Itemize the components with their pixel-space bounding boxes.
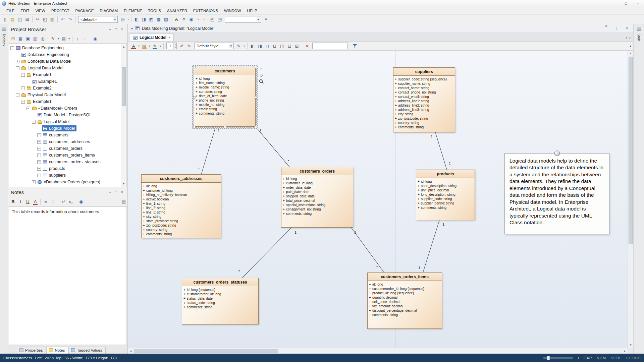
align-top-icon[interactable]: ⊓: [264, 42, 271, 50]
undo-icon[interactable]: ↶: [59, 16, 66, 23]
edit-external-icon[interactable]: ▤: [120, 198, 127, 205]
move-down-icon[interactable]: ↓: [81, 35, 89, 43]
tab-logical-model[interactable]: Logical Model ×: [130, 34, 174, 41]
tree-item-database-orders-postgres[interactable]: +«Database» Orders (postgres): [9, 179, 126, 185]
copy-icon[interactable]: ◱: [41, 16, 49, 23]
expand-icon[interactable]: +: [32, 180, 36, 184]
tree-item-logical-model[interactable]: Logical Model: [9, 125, 126, 132]
menu-help[interactable]: HELP: [244, 8, 260, 14]
chevron-down-icon[interactable]: ▾: [229, 44, 232, 48]
menu-chevron-icon[interactable]: ▾: [107, 26, 113, 32]
new-diagram-icon[interactable]: ◧: [133, 16, 140, 23]
toolbox-strip[interactable]: Toolbox: [0, 24, 8, 354]
align-bottom-icon[interactable]: ⊔: [271, 42, 278, 50]
bold-button[interactable]: B: [9, 198, 17, 205]
entity-products[interactable]: products+id: long+short_description: str…: [416, 170, 475, 220]
find-input[interactable]: [312, 43, 348, 49]
list-format-icon[interactable]: ≡: [180, 16, 187, 23]
entity-suppliers[interactable]: suppliers+supplier_code: string {sequenc…: [393, 67, 455, 132]
space-across-icon[interactable]: ◫: [278, 42, 286, 50]
zoom-in-icon[interactable]: +: [577, 356, 580, 360]
filter-icon[interactable]: [352, 43, 358, 49]
grid-view-icon[interactable]: ▦: [155, 16, 162, 23]
menu-element[interactable]: ELEMENT: [121, 8, 145, 14]
tree-item-example1[interactable]: −Example1: [9, 98, 126, 105]
bullet-list-icon[interactable]: ≡: [42, 198, 49, 205]
chevron-down-icon[interactable]: ▾: [113, 17, 116, 21]
connector-suppliers-products[interactable]: [435, 132, 447, 170]
tab-notes[interactable]: Notes: [46, 347, 68, 354]
zoom-icon[interactable]: [259, 79, 263, 83]
tree-item-conceptual-data-model[interactable]: +Conceptual Data Model: [9, 58, 126, 65]
collapse-icon[interactable]: −: [16, 66, 19, 70]
scrollbar-thumb[interactable]: [122, 67, 126, 106]
chevron-down-icon[interactable]: ▾: [57, 35, 60, 43]
format-painter-icon[interactable]: ✐: [178, 42, 185, 50]
tab-properties[interactable]: Properties: [17, 347, 46, 354]
new-document-icon[interactable]: ▯: [1, 16, 9, 23]
window-right-icon[interactable]: ◳: [216, 16, 223, 23]
maximize-button[interactable]: □: [620, 0, 632, 7]
tree-scrollbar[interactable]: ▲ ▼: [121, 44, 126, 187]
chevron-down-icon[interactable]: ▾: [202, 16, 206, 23]
chevron-down-icon[interactable]: ▾: [137, 42, 141, 50]
expand-icon[interactable]: +: [37, 133, 41, 137]
selection-handle[interactable]: [193, 126, 196, 128]
style-brush-icon[interactable]: ✎: [185, 42, 193, 50]
tree-item-suppliers[interactable]: +suppliers: [9, 172, 126, 179]
tree-item-example1[interactable]: −Example1: [9, 71, 126, 78]
new-element-icon[interactable]: ▣: [24, 35, 32, 43]
scroll-up-icon[interactable]: ▲: [121, 44, 126, 50]
connector-customers_orders-customers_orders_statuses[interactable]: [242, 228, 291, 278]
font-color-button[interactable]: A: [32, 198, 39, 205]
cut-icon[interactable]: ✂: [34, 16, 41, 23]
expand-icon[interactable]: +: [16, 60, 19, 63]
collapse-icon[interactable]: −: [10, 46, 14, 50]
tree-item-customers-addresses[interactable]: +customers_addresses: [9, 138, 126, 145]
connector-customers_orders-customers_orders_items[interactable]: [351, 228, 384, 273]
expand-icon[interactable]: +: [21, 86, 25, 90]
superscript-icon[interactable]: x²: [60, 198, 67, 205]
close-icon[interactable]: ×: [623, 25, 631, 32]
print-icon[interactable]: ⊟: [23, 16, 31, 23]
chevron-down-icon[interactable]: ▾: [243, 42, 246, 50]
expand-icon[interactable]: +: [32, 187, 36, 187]
collapse-ribbon-icon[interactable]: «: [602, 25, 609, 32]
save-icon[interactable]: ◫: [16, 16, 23, 23]
tree-item-example2[interactable]: +Example2: [9, 85, 126, 92]
scroll-up-icon[interactable]: ▲: [628, 51, 633, 56]
selection-handle[interactable]: [224, 66, 226, 68]
expand-icon[interactable]: +: [37, 154, 41, 157]
diagram-surface[interactable]: 1*1*111*1*11 customers+id: long+first_na…: [128, 51, 628, 348]
collapse-icon[interactable]: −: [26, 107, 30, 110]
connector-products-customers_orders_items[interactable]: [423, 220, 439, 273]
hyperlink-icon[interactable]: ◉: [187, 16, 195, 23]
diagram-layout-icon[interactable]: ◩: [148, 16, 155, 23]
selection-handle[interactable]: [224, 126, 226, 128]
menu-analyzer[interactable]: ANALYZER: [164, 8, 190, 14]
expand-icon[interactable]: +: [37, 174, 41, 177]
expand-icon[interactable]: +: [37, 147, 41, 150]
collapse-icon[interactable]: −: [16, 93, 19, 97]
align-left-icon[interactable]: ◧: [249, 42, 256, 50]
tree-item-example1[interactable]: Example1: [9, 78, 126, 85]
entity-customers_orders_items[interactable]: customers_orders_items+id: long+customer…: [367, 273, 442, 329]
connector-customers-customers_addresses[interactable]: [201, 127, 216, 174]
selection-handle[interactable]: [193, 96, 196, 98]
numbered-list-icon[interactable]: ∷: [49, 198, 57, 205]
chevron-down-icon[interactable]: ▾: [148, 42, 151, 50]
entity-customers_addresses[interactable]: customers_addresses+id: long+customer_id…: [141, 174, 221, 238]
selection-handle[interactable]: [255, 126, 257, 128]
open-project-icon[interactable]: ▤: [9, 16, 16, 23]
start-strip[interactable]: Start: [633, 24, 644, 354]
expand-icon[interactable]: +: [37, 140, 41, 144]
tree-item-datamodel-orders[interactable]: −«DataModel» Orders: [9, 105, 126, 112]
hyperlink-icon[interactable]: ◉: [77, 198, 85, 205]
pin-icon[interactable]: ⊤: [113, 26, 119, 32]
spinner-up-icon[interactable]: ▴: [174, 43, 176, 46]
new-package-icon[interactable]: ⊞: [9, 35, 17, 43]
close-icon[interactable]: ×: [119, 189, 125, 195]
selection-handle[interactable]: [193, 66, 196, 68]
notes-editor[interactable]: This table records information about cus…: [9, 206, 127, 345]
entity-customers_orders[interactable]: customers_orders+id: long+customer_id: l…: [281, 167, 353, 228]
